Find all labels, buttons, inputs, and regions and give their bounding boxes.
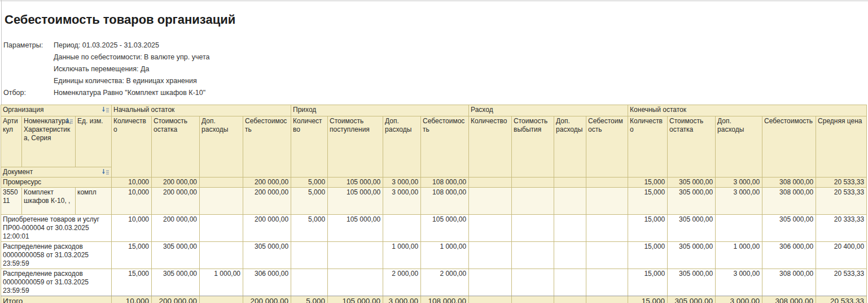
cell-income-cost[interactable]: 105 000,00 [328, 296, 383, 303]
cell-expense-costprice[interactable] [586, 242, 628, 269]
cell-expense-quantity[interactable] [469, 296, 512, 303]
cell-opening-costprice[interactable]: 305 000,00 [243, 242, 291, 269]
cell-closing-costprice[interactable]: 308 000,00 [762, 296, 816, 303]
cell-closing-quantity[interactable]: 15,000 [628, 296, 668, 303]
col-closing-costprice[interactable]: Себестоимость [762, 116, 816, 178]
document-name[interactable]: Приобретение товаров и услуг ПР00-000004… [1, 215, 112, 242]
cell-closing-quantity[interactable]: 15,000 [628, 188, 668, 215]
cell-opening-costprice[interactable]: 200 000,00 [243, 215, 291, 242]
cell-income-quantity[interactable] [291, 242, 328, 269]
cell-closing-extra[interactable]: 3 000,00 [716, 269, 762, 296]
cell-closing-extra[interactable]: 1 000,00 [716, 242, 762, 269]
cell-opening-cost[interactable]: 200 000,00 [152, 296, 200, 303]
cell-closing-cost[interactable]: 305 000,00 [668, 269, 716, 296]
col-opening-cost[interactable]: Стоимость остатка [152, 116, 200, 178]
col-expense-costprice[interactable]: Себестоимость [586, 116, 628, 178]
cell-closing-cost[interactable]: 305 000,00 [668, 296, 716, 303]
cell-opening-quantity[interactable]: 10,000 [112, 188, 152, 215]
cell-opening-extra[interactable] [200, 296, 243, 303]
cell-expense-costprice[interactable] [586, 269, 628, 296]
cell-income-cost[interactable] [328, 269, 383, 296]
col-closing-cost[interactable]: Стоимость остатка [668, 116, 716, 178]
cell-closing-quantity[interactable]: 15,000 [628, 215, 668, 242]
cell-expense-quantity[interactable] [469, 188, 512, 215]
cell-income-extra[interactable]: 2 000,00 [383, 269, 421, 296]
header-document[interactable]: Документ [1, 167, 112, 178]
cell-expense-costprice[interactable] [586, 296, 628, 303]
cell-closing-costprice[interactable]: 308 000,00 [762, 178, 816, 188]
cell-income-costprice[interactable]: 1 000,00 [421, 242, 469, 269]
cell-expense-extra[interactable] [554, 178, 586, 188]
cell-opening-costprice[interactable]: 306 000,00 [243, 269, 291, 296]
cell-income-extra[interactable]: 3 000,00 [383, 178, 421, 188]
cell-opening-cost[interactable]: 305 000,00 [152, 242, 200, 269]
col-closing-quantity[interactable]: Количество [628, 116, 668, 178]
col-opening-quantity[interactable]: Количество [112, 116, 152, 178]
cell-closing-extra[interactable]: 3 000,00 [716, 188, 762, 215]
item-nomenclature[interactable]: Комплект шкафов К-10, , [22, 188, 76, 215]
cell-income-quantity[interactable]: 5,000 [291, 296, 328, 303]
cell-expense-quantity[interactable] [469, 215, 512, 242]
cell-opening-quantity[interactable]: 15,000 [112, 269, 152, 296]
cell-opening-costprice[interactable]: 200 000,00 [243, 178, 291, 188]
cell-closing-costprice[interactable]: 305 000,00 [762, 215, 816, 242]
cell-average-price[interactable]: 20 400,00 [816, 242, 867, 269]
cell-expense-costprice[interactable] [586, 215, 628, 242]
col-closing-extra-costs[interactable]: Доп. расходы [716, 116, 762, 178]
cell-expense-cost[interactable] [512, 188, 554, 215]
cell-closing-costprice[interactable]: 308 000,00 [762, 269, 816, 296]
cell-opening-quantity[interactable]: 15,000 [112, 242, 152, 269]
col-opening-costprice[interactable]: Себестоимость [243, 116, 291, 178]
cell-income-costprice[interactable]: 105 000,00 [421, 215, 469, 242]
cell-income-cost[interactable]: 105 000,00 [328, 188, 383, 215]
cell-opening-costprice[interactable]: 200 000,00 [243, 296, 291, 303]
cell-closing-quantity[interactable]: 15,000 [628, 269, 668, 296]
cell-opening-quantity[interactable]: 10,000 [112, 296, 152, 303]
cell-closing-quantity[interactable]: 15,000 [628, 242, 668, 269]
cell-income-quantity[interactable]: 5,000 [291, 178, 328, 188]
cell-income-costprice[interactable]: 108 000,00 [421, 296, 469, 303]
col-unit[interactable]: Ед. изм. [76, 116, 112, 167]
cell-expense-quantity[interactable] [469, 269, 512, 296]
cell-expense-quantity[interactable] [469, 242, 512, 269]
item-unit[interactable]: компл [76, 188, 112, 215]
cell-average-price[interactable]: 20 533,33 [816, 269, 867, 296]
col-income-costprice[interactable]: Себестоимость [421, 116, 469, 178]
header-organization[interactable]: Организация [1, 105, 112, 116]
cell-average-price[interactable]: 20 533,33 [816, 188, 867, 215]
item-article[interactable]: 355011 [1, 188, 22, 215]
cell-opening-cost[interactable]: 305 000,00 [152, 269, 200, 296]
cell-average-price[interactable]: 20 533,33 [816, 178, 867, 188]
cell-expense-extra[interactable] [554, 296, 586, 303]
col-opening-extra-costs[interactable]: Доп. расходы [200, 116, 243, 178]
cell-opening-cost[interactable]: 200 000,00 [152, 178, 200, 188]
col-expense-extra-costs[interactable]: Доп. расходы [554, 116, 586, 178]
cell-income-quantity[interactable]: 5,000 [291, 215, 328, 242]
header-opening-balance[interactable]: Начальный остаток [112, 105, 291, 116]
total-label[interactable]: Итого [1, 296, 112, 303]
cell-closing-cost[interactable]: 305 000,00 [668, 188, 716, 215]
cell-income-extra[interactable]: 3 000,00 [383, 188, 421, 215]
cell-expense-cost[interactable] [512, 296, 554, 303]
cell-closing-cost[interactable]: 305 000,00 [668, 178, 716, 188]
cell-expense-extra[interactable] [554, 269, 586, 296]
cell-opening-costprice[interactable]: 200 000,00 [243, 188, 291, 215]
cell-average-price[interactable]: 20 533,33 [816, 296, 867, 303]
cell-income-cost[interactable]: 105 000,00 [328, 178, 383, 188]
header-expense[interactable]: Расход [469, 105, 628, 116]
cell-expense-extra[interactable] [554, 242, 586, 269]
col-average-price[interactable]: Средняя цена [816, 116, 867, 178]
cell-income-extra[interactable] [383, 215, 421, 242]
cell-expense-cost[interactable] [512, 269, 554, 296]
cell-expense-extra[interactable] [554, 188, 586, 215]
header-closing-balance[interactable]: Конечный остаток [628, 105, 867, 116]
cell-opening-cost[interactable]: 200 000,00 [152, 215, 200, 242]
cell-opening-extra[interactable] [200, 178, 243, 188]
col-income-quantity[interactable]: Количество [291, 116, 328, 178]
cell-closing-extra[interactable]: 3 000,00 [716, 178, 762, 188]
cell-closing-cost[interactable]: 305 000,00 [668, 242, 716, 269]
cell-average-price[interactable]: 20 333,33 [816, 215, 867, 242]
cell-expense-cost[interactable] [512, 215, 554, 242]
cell-opening-cost[interactable]: 200 000,00 [152, 188, 200, 215]
header-income[interactable]: Приход [291, 105, 469, 116]
